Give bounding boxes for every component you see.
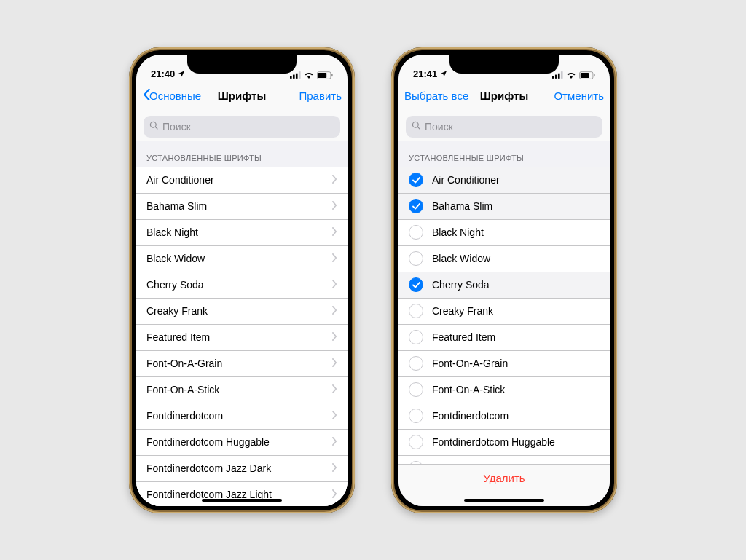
- font-row[interactable]: Air Conditioner: [398, 167, 610, 194]
- font-row[interactable]: Fontdinerdotcom Huggable: [398, 430, 610, 456]
- home-indicator[interactable]: [464, 499, 544, 502]
- search-input[interactable]: Поиск: [406, 116, 602, 138]
- font-name: Creaky Frank: [146, 305, 332, 317]
- svg-rect-12: [581, 72, 589, 77]
- font-row[interactable]: Font-On-A-Grain: [398, 351, 610, 377]
- chevron-right-icon: [332, 331, 337, 344]
- font-row[interactable]: Font-On-A-Stick: [398, 377, 610, 403]
- edit-button[interactable]: Править: [276, 90, 342, 102]
- font-row[interactable]: Fontdinerdotcom: [398, 403, 610, 430]
- font-row[interactable]: Black Night: [136, 220, 348, 246]
- screen-right: 21:41 Выбрать все Шрифты: [398, 55, 610, 506]
- font-row[interactable]: Bahama Slim: [136, 194, 348, 220]
- checkmark-circle-empty-icon[interactable]: [409, 409, 423, 423]
- checkmark-circle-filled-icon[interactable]: [409, 173, 423, 187]
- notch: [187, 55, 297, 74]
- font-name: Featured Item: [146, 331, 332, 343]
- chevron-right-icon: [332, 304, 337, 318]
- font-row[interactable]: Creaky Frank: [136, 299, 348, 325]
- font-name: Cherry Soda: [146, 279, 332, 291]
- search-container: Поиск: [398, 111, 610, 144]
- checkmark-circle-empty-icon[interactable]: [409, 251, 423, 266]
- font-row[interactable]: Cherry Soda: [398, 272, 610, 299]
- font-row[interactable]: Font-On-A-Stick: [136, 377, 348, 403]
- font-list-edit[interactable]: Air ConditionerBahama SlimBlack NightBla…: [398, 167, 610, 464]
- svg-rect-8: [555, 75, 557, 79]
- font-name: Font-On-A-Stick: [146, 384, 332, 395]
- font-row[interactable]: Fontdinerdotcom Jazz Light: [136, 482, 348, 506]
- font-name: Bahama Slim: [432, 200, 600, 212]
- font-name: Fontdinerdotcom: [146, 410, 332, 422]
- font-name: Font-On-A-Stick: [432, 384, 600, 395]
- font-row[interactable]: Air Conditioner: [136, 167, 348, 194]
- font-row[interactable]: Black Widow: [398, 246, 610, 272]
- font-row[interactable]: Font-On-A-Grain: [136, 351, 348, 377]
- section-header: УСТАНОВЛЕННЫЕ ШРИФТЫ: [136, 141, 348, 167]
- font-row[interactable]: Fontdinerdotcom Huggable: [136, 430, 348, 456]
- font-name: Fontdinerdotcom: [432, 410, 600, 422]
- checkmark-circle-empty-icon[interactable]: [409, 225, 423, 240]
- font-row[interactable]: Black Widow: [136, 246, 348, 272]
- font-row[interactable]: Creaky Frank: [398, 299, 610, 325]
- wifi-icon: [304, 71, 314, 79]
- font-row[interactable]: Cherry Soda: [136, 272, 348, 299]
- phone-right: 21:41 Выбрать все Шрифты: [391, 47, 617, 513]
- search-input[interactable]: Поиск: [144, 116, 340, 138]
- font-name: Air Conditioner: [432, 174, 600, 186]
- font-name: Fontdinerdotcom Huggable: [146, 436, 332, 448]
- select-all-button[interactable]: Выбрать все: [404, 90, 470, 102]
- checkmark-circle-empty-icon[interactable]: [409, 435, 423, 449]
- nav-bar: Основные Шрифты Править: [136, 81, 348, 111]
- font-name: Air Conditioner: [146, 174, 332, 186]
- home-indicator[interactable]: [202, 499, 282, 502]
- font-row[interactable]: Bahama Slim: [398, 194, 610, 220]
- font-name: Font-On-A-Grain: [432, 358, 600, 369]
- content-area: УСТАНОВЛЕННЫЕ ШРИФТЫ Air ConditionerBaha…: [136, 141, 348, 506]
- svg-rect-6: [331, 74, 332, 76]
- font-row[interactable]: Black Night: [398, 220, 610, 246]
- font-list[interactable]: Air ConditionerBahama SlimBlack NightBla…: [136, 167, 348, 506]
- delete-button[interactable]: Удалить: [483, 472, 525, 484]
- checkmark-circle-filled-icon[interactable]: [409, 277, 423, 292]
- status-time: 21:41: [413, 68, 437, 79]
- font-name: Font-On-A-Grain: [146, 358, 332, 369]
- edit-label: Править: [299, 90, 342, 102]
- checkmark-circle-empty-icon[interactable]: [409, 330, 423, 344]
- chevron-right-icon: [332, 383, 337, 396]
- nav-title: Шрифты: [208, 90, 276, 102]
- chevron-right-icon: [332, 409, 337, 422]
- font-name: Cherry Soda: [432, 279, 600, 291]
- chevron-right-icon: [332, 226, 337, 239]
- font-name: Black Night: [432, 226, 600, 238]
- signal-icon: [290, 71, 301, 79]
- cancel-button[interactable]: Отменить: [538, 90, 604, 102]
- font-row[interactable]: Fontdinerdotcom Jazz Dark: [136, 456, 348, 482]
- checkmark-circle-empty-icon[interactable]: [409, 304, 423, 318]
- checkmark-circle-empty-icon[interactable]: [409, 382, 423, 397]
- svg-rect-3: [299, 71, 301, 79]
- svg-rect-9: [558, 74, 560, 79]
- search-placeholder: Поиск: [162, 121, 191, 133]
- chevron-right-icon: [332, 200, 337, 213]
- font-name: Black Night: [146, 226, 332, 238]
- font-row[interactable]: Featured Item: [398, 325, 610, 351]
- checkmark-circle-filled-icon[interactable]: [409, 199, 423, 213]
- chevron-right-icon: [332, 173, 337, 186]
- cancel-label: Отменить: [554, 90, 604, 102]
- chevron-right-icon: [332, 278, 337, 291]
- nav-title: Шрифты: [470, 90, 538, 102]
- toolbar: Удалить: [398, 464, 610, 506]
- checkmark-circle-empty-icon[interactable]: [409, 356, 423, 371]
- screen-left: 21:40 Ос: [136, 55, 348, 506]
- font-name: Creaky Frank: [432, 305, 600, 317]
- font-name: Fontdinerdotcom Jazz Dark: [146, 462, 332, 474]
- font-row[interactable]: Fontdinerdotcom Jazz Dark: [398, 456, 610, 464]
- select-all-label: Выбрать все: [404, 90, 468, 102]
- nav-bar: Выбрать все Шрифты Отменить: [398, 81, 610, 111]
- font-row[interactable]: Featured Item: [136, 325, 348, 351]
- font-name: Fontdinerdotcom Huggable: [432, 436, 600, 448]
- back-button[interactable]: Основные: [142, 88, 208, 103]
- notch: [449, 55, 559, 74]
- font-row[interactable]: Fontdinerdotcom: [136, 403, 348, 430]
- chevron-right-icon: [332, 462, 337, 475]
